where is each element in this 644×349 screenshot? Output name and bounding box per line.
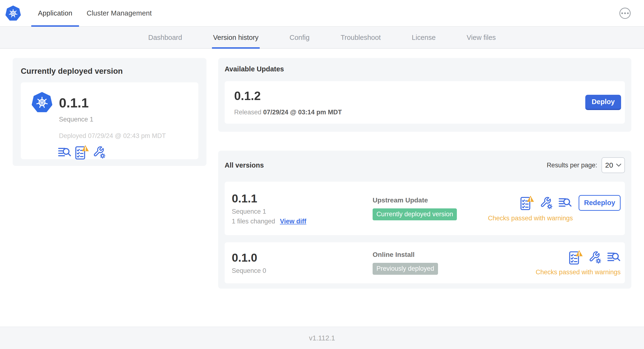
kubernetes-app-icon (32, 92, 52, 114)
version-info: 0.1.0 Sequence 0 (232, 251, 372, 274)
app-subnav: Dashboard Version history Config Trouble… (0, 27, 644, 49)
kubernetes-logo (6, 5, 21, 21)
tab-license[interactable]: License (396, 27, 451, 48)
status-badge: Previously deployed (372, 263, 438, 275)
version-sequence: Sequence 0 (232, 267, 372, 274)
results-per-page: Results per page: 20 (546, 157, 625, 173)
tab-label: Troubleshoot (340, 34, 381, 42)
files-changed: 1 files changed (232, 218, 275, 225)
header-tab-cluster-management[interactable]: Cluster Management (80, 0, 159, 26)
all-versions-title: All versions (224, 161, 264, 169)
tab-version-history[interactable]: Version history (198, 27, 274, 48)
preflight-checks-warning-icon[interactable] (75, 145, 89, 160)
tab-troubleshoot[interactable]: Troubleshoot (325, 27, 396, 48)
version-source-block: Online Install Previously deployed (372, 251, 536, 275)
ellipsis-menu-icon[interactable] (620, 8, 631, 19)
view-diff-link[interactable]: View diff (280, 218, 306, 225)
tab-label: License (412, 34, 436, 42)
currently-deployed-title: Currently deployed version (21, 66, 198, 76)
preflight-checks-warning-icon[interactable] (569, 250, 583, 265)
logs-search-icon[interactable] (607, 252, 620, 263)
deployed-version-panel: 0.1.1 Sequence 1 Deployed 07/29/24 @ 02:… (21, 82, 198, 159)
results-per-page-value: 20 (605, 161, 613, 169)
version-number: 0.1.0 (232, 251, 372, 264)
redeploy-button[interactable]: Redeploy (578, 195, 620, 211)
main-content: Currently deployed version 0.1.1 Sequenc… (0, 49, 644, 326)
top-header: Application Cluster Management (0, 0, 644, 27)
tab-label: Version history (213, 34, 258, 42)
tab-config[interactable]: Config (274, 27, 325, 48)
version-row-0-1-1: 0.1.1 Sequence 1 1 files changed View di… (224, 182, 625, 235)
header-tab-label: Application (38, 9, 72, 17)
currently-deployed-card: Currently deployed version 0.1.1 Sequenc… (13, 58, 206, 166)
deploy-button[interactable]: Deploy (585, 95, 621, 110)
status-badge: Currently deployed version (372, 208, 457, 220)
chevron-down-icon (616, 164, 621, 167)
version-actions-block: Redeploy Checks passed with warnings (488, 195, 620, 222)
released-label: Released (234, 108, 261, 116)
preflight-status-text: Checks passed with warnings (488, 214, 573, 222)
tab-dashboard[interactable]: Dashboard (133, 27, 198, 48)
update-row: 0.1.2 Released 07/29/24 @ 03:14 pm MDT D… (224, 81, 625, 124)
console-version: v1.112.1 (309, 334, 335, 342)
version-source: Online Install (372, 251, 536, 258)
version-source: Upstream Update (372, 196, 488, 204)
update-released-line: Released 07/29/24 @ 03:14 pm MDT (234, 108, 342, 116)
released-timestamp: 07/29/24 @ 03:14 pm MDT (263, 108, 342, 116)
version-sequence: Sequence 1 (232, 208, 372, 215)
tab-label: View files (467, 34, 496, 42)
page-footer: v1.112.1 (0, 326, 644, 349)
header-tab-application[interactable]: Application (31, 0, 80, 26)
preflight-status-text: Checks passed with warnings (536, 268, 620, 276)
version-actions-block: Checks passed with warnings (536, 250, 620, 276)
logs-search-icon[interactable] (558, 197, 572, 208)
all-versions-card: All versions Results per page: 20 0.1.1 … (218, 151, 631, 288)
tab-label: Dashboard (148, 34, 182, 42)
tab-view-files[interactable]: View files (451, 27, 511, 48)
deployed-timestamp: Deployed 07/29/24 @ 02:43 pm MDT (59, 132, 198, 140)
deployed-sequence: Sequence 1 (59, 116, 198, 123)
available-updates-title: Available Updates (224, 65, 625, 73)
admin-console-page: Application Cluster Management Dashboard… (0, 0, 644, 349)
version-row-0-1-0: 0.1.0 Sequence 0 Online Install Previous… (224, 242, 625, 283)
deployed-version-number: 0.1.1 (59, 95, 89, 110)
available-updates-card: Available Updates 0.1.2 Released 07/29/2… (218, 58, 631, 132)
results-per-page-select[interactable]: 20 (602, 157, 625, 173)
update-version-number: 0.1.2 (234, 89, 342, 103)
deployed-actions (58, 145, 198, 160)
preflight-checks-warning-icon[interactable] (520, 196, 534, 210)
config-wrench-icon[interactable] (93, 146, 106, 159)
config-wrench-icon[interactable] (588, 251, 602, 264)
header-tab-label: Cluster Management (87, 9, 152, 17)
logs-search-icon[interactable] (58, 147, 71, 158)
config-wrench-icon[interactable] (540, 196, 553, 209)
version-info: 0.1.1 Sequence 1 1 files changed View di… (232, 192, 372, 225)
tab-label: Config (290, 34, 310, 42)
results-per-page-label: Results per page: (546, 162, 597, 169)
version-source-block: Upstream Update Currently deployed versi… (372, 196, 488, 220)
version-number: 0.1.1 (232, 192, 372, 205)
